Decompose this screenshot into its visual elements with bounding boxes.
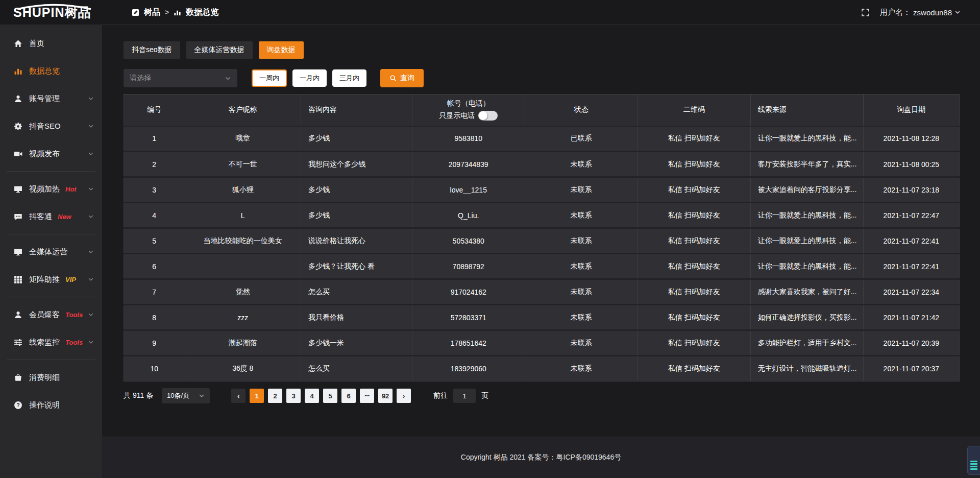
- tab-inquiry-data[interactable]: 询盘数据: [259, 41, 304, 59]
- row-number-cell: 7: [124, 279, 185, 305]
- source-link[interactable]: 如何正确选择投影仪，买投影...: [750, 305, 863, 330]
- row-number-cell: 4: [124, 203, 185, 228]
- sidebar-item-badge: New: [58, 213, 71, 221]
- sidebar-item-video-heat[interactable]: 视频加热Hot: [0, 175, 102, 203]
- page-button-6[interactable]: 6: [341, 389, 356, 403]
- sidebar-item-consume-detail[interactable]: 消费明细: [0, 364, 102, 391]
- sidebar-item-label: 全媒体运营: [29, 247, 67, 257]
- qr-links[interactable]: 私信 扫码加好友: [638, 356, 750, 381]
- grid-icon: [14, 275, 22, 284]
- sidebar-item-home[interactable]: 首页: [0, 30, 102, 57]
- fullscreen-icon[interactable]: [861, 8, 870, 17]
- user-label: 用户名：: [880, 8, 911, 17]
- home-icon: [14, 39, 22, 48]
- phone-only-toggle[interactable]: [478, 111, 498, 121]
- table-row: 9潮起潮落多少钱一米178651642未联系私信 扫码加好友多功能护栏灯，适用于…: [124, 330, 960, 356]
- time-range-button-0[interactable]: 一周内: [252, 69, 287, 87]
- logo: SHUPIN树品: [0, 4, 102, 21]
- sidebar-item-account-manage[interactable]: 账号管理: [0, 85, 102, 112]
- page-size-select[interactable]: 10条/页: [162, 388, 210, 403]
- monitor-icon: [14, 248, 22, 256]
- sidebar-item-video-publish[interactable]: 视频发布: [0, 140, 102, 168]
- goto-page-input[interactable]: 1: [453, 389, 476, 403]
- source-link[interactable]: 让你一眼就爱上的黑科技，能...: [750, 203, 863, 228]
- source-link[interactable]: 让你一眼就爱上的黑科技，能...: [750, 126, 863, 152]
- copyright-text: Copyright 树品 2021 备案号：粤ICP备09019646号: [461, 453, 621, 462]
- tab-media-operation-data[interactable]: 全媒体运营数据: [186, 41, 253, 59]
- qr-links[interactable]: 私信 扫码加好友: [638, 305, 750, 330]
- sidebar-item-data-overview[interactable]: 数据总览: [0, 57, 102, 85]
- sidebar-item-operation-guide[interactable]: ?操作说明: [0, 391, 102, 419]
- status-badge: 未联系: [525, 228, 638, 254]
- source-link[interactable]: 无主灯设计，智能磁吸轨道灯...: [750, 356, 863, 381]
- sidebar-item-clue-monitor[interactable]: 线索监控Tools: [0, 328, 102, 356]
- chevron-down-icon: [88, 312, 94, 318]
- account-cell: 572803371: [412, 305, 525, 330]
- date-cell: 2021-11-07 20:39: [863, 330, 959, 356]
- source-link[interactable]: 多功能护栏灯，适用于乡村文...: [750, 330, 863, 356]
- page-button-5[interactable]: 5: [323, 389, 337, 403]
- qr-links[interactable]: 私信 扫码加好友: [638, 177, 750, 203]
- pager-ellipsis[interactable]: •••: [360, 389, 374, 403]
- breadcrumb-root[interactable]: 树品: [144, 7, 160, 18]
- search-button[interactable]: 查询: [380, 69, 424, 87]
- qr-links[interactable]: 私信 扫码加好友: [638, 330, 750, 356]
- sidebar-item-label: 抖客通: [29, 212, 52, 222]
- prev-page-button[interactable]: ‹: [231, 389, 246, 403]
- sidebar-item-label: 会员爆客: [29, 310, 60, 320]
- page-button-1[interactable]: 1: [250, 389, 264, 403]
- source-link[interactable]: 让你一眼就爱上的黑科技，能...: [750, 254, 863, 279]
- date-cell: 2021-11-07 22:34: [863, 279, 959, 305]
- date-cell: 2021-11-08 12:28: [863, 126, 959, 152]
- page-button-4[interactable]: 4: [305, 389, 319, 403]
- account-cell: 178651642: [412, 330, 525, 356]
- nickname-cell: 当地比较能吃的一位美女: [185, 228, 301, 254]
- date-cell: 2021-11-08 00:25: [863, 152, 959, 177]
- sidebar-item-badge: Hot: [65, 185, 77, 193]
- breadcrumb: 树品 > 数据总览: [132, 7, 218, 18]
- qr-links[interactable]: 私信 扫码加好友: [638, 279, 750, 305]
- column-header: 帐号（电话）只显示电话: [412, 94, 525, 126]
- sidebar-item-member-baoke[interactable]: 会员爆客Tools: [0, 301, 102, 328]
- filter-select[interactable]: 请选择: [124, 69, 237, 87]
- chat-icon: [14, 212, 22, 221]
- time-range-button-2[interactable]: 三月内: [332, 69, 366, 87]
- next-page-button[interactable]: ›: [397, 389, 411, 403]
- column-header: 客户昵称: [185, 94, 301, 126]
- qr-links[interactable]: 私信 扫码加好友: [638, 126, 750, 152]
- account-cell: 9583810: [412, 126, 525, 152]
- nickname-cell: 不可一世: [185, 152, 301, 177]
- page-button-3[interactable]: 3: [286, 389, 301, 403]
- source-link[interactable]: 让你一眼就爱上的黑科技，能...: [750, 228, 863, 254]
- sidebar-item-label: 抖音SEO: [29, 122, 61, 131]
- page-button-2[interactable]: 2: [268, 389, 282, 403]
- time-range-group: 一周内一月内三月内: [237, 69, 366, 87]
- sidebar-item-media-operation[interactable]: 全媒体运营: [0, 238, 102, 266]
- qr-links[interactable]: 私信 扫码加好友: [638, 203, 750, 228]
- chevron-down-icon: [225, 75, 231, 82]
- sidebar-item-douyin-seo[interactable]: 抖音SEO: [0, 112, 102, 140]
- sidebar-item-doukoutong[interactable]: 抖客通New: [0, 203, 102, 230]
- chevron-down-icon: [88, 276, 94, 282]
- qr-links[interactable]: 私信 扫码加好友: [638, 228, 750, 254]
- nickname-cell: 哦章: [185, 126, 301, 152]
- page-button-92[interactable]: 92: [378, 389, 393, 403]
- qr-links[interactable]: 私信 扫码加好友: [638, 152, 750, 177]
- source-link[interactable]: 感谢大家喜欢我家，被问了好...: [750, 279, 863, 305]
- source-link[interactable]: 客厅安装投影半年多了，真实...: [750, 152, 863, 177]
- tab-douyin-seo-data[interactable]: 抖音seo数据: [124, 41, 180, 59]
- chevron-down-icon: [88, 339, 94, 345]
- time-range-button-1[interactable]: 一月内: [292, 69, 327, 87]
- qr-links[interactable]: 私信 扫码加好友: [638, 254, 750, 279]
- table-row: 4L多少钱Q_Liu.未联系私信 扫码加好友让你一眼就爱上的黑科技，能...20…: [124, 203, 960, 228]
- content-cell: 多少钱一米: [301, 330, 412, 356]
- nickname-cell: 觉然: [185, 279, 301, 305]
- sidebar-item-matrix-boost[interactable]: 矩阵助推VIP: [0, 266, 102, 293]
- source-link[interactable]: 被大家追着问的客厅投影分享...: [750, 177, 863, 203]
- content-cell: 多少钱: [301, 126, 412, 152]
- user-menu[interactable]: 用户名：zswodun88: [880, 8, 961, 17]
- chevron-down-icon: [88, 123, 94, 129]
- sidebar-divider: [7, 234, 95, 234]
- table-row: 3狐小狸多少钱love__1215未联系私信 扫码加好友被大家追着问的客厅投影分…: [124, 177, 960, 203]
- floating-widget[interactable]: [967, 446, 980, 475]
